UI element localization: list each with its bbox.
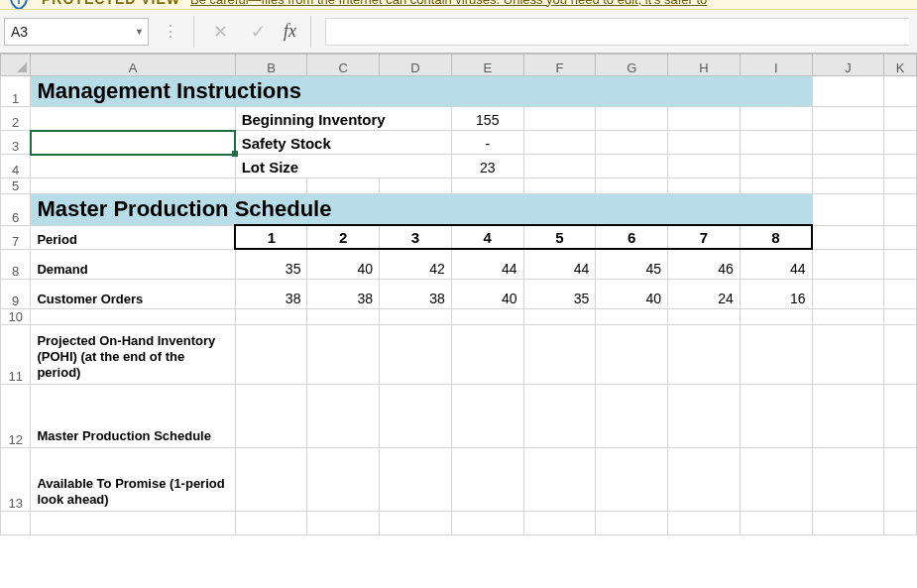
- cell[interactable]: -: [451, 131, 523, 155]
- col-header[interactable]: D: [380, 55, 452, 76]
- cell[interactable]: [380, 324, 452, 384]
- row-header[interactable]: 11: [1, 324, 31, 384]
- cell[interactable]: [668, 511, 741, 534]
- cell[interactable]: [812, 324, 884, 384]
- cell[interactable]: [31, 155, 235, 178]
- cell[interactable]: 42: [380, 249, 452, 279]
- cell[interactable]: [523, 155, 596, 178]
- cell[interactable]: [668, 178, 741, 194]
- row-header[interactable]: 6: [1, 194, 31, 226]
- cell[interactable]: Safety Stock: [235, 131, 451, 155]
- row-header[interactable]: 8: [1, 249, 31, 279]
- cell[interactable]: [307, 178, 380, 194]
- cell[interactable]: [668, 308, 741, 324]
- cell[interactable]: 44: [451, 249, 523, 279]
- cell[interactable]: [668, 384, 741, 447]
- cell[interactable]: [668, 155, 741, 178]
- select-all-corner[interactable]: [1, 55, 31, 76]
- cell[interactable]: [740, 447, 812, 511]
- cell[interactable]: [307, 511, 380, 534]
- cell[interactable]: [523, 178, 596, 194]
- cell[interactable]: Period: [31, 225, 235, 249]
- cell[interactable]: [812, 511, 884, 534]
- cell[interactable]: [740, 384, 812, 447]
- cell[interactable]: [31, 308, 235, 324]
- cell[interactable]: [812, 131, 884, 155]
- cell[interactable]: Customer Orders: [31, 279, 235, 308]
- cell[interactable]: [235, 324, 307, 384]
- cell[interactable]: 44: [523, 249, 596, 279]
- cell[interactable]: [523, 384, 596, 447]
- row-header[interactable]: 4: [1, 155, 31, 178]
- cell[interactable]: [307, 384, 380, 447]
- cell[interactable]: [451, 447, 523, 511]
- cell[interactable]: [812, 308, 884, 324]
- cell[interactable]: [235, 384, 307, 447]
- cell[interactable]: Demand: [31, 249, 235, 279]
- cell[interactable]: [812, 107, 884, 131]
- cell[interactable]: 23: [451, 155, 523, 178]
- cell[interactable]: 44: [740, 249, 812, 279]
- cell[interactable]: [451, 384, 523, 447]
- cell[interactable]: Projected On-Hand Inventory (POHI) (at t…: [31, 324, 235, 384]
- col-header[interactable]: F: [523, 55, 596, 76]
- cell[interactable]: [523, 447, 596, 511]
- cell[interactable]: [307, 308, 380, 324]
- cell[interactable]: [740, 131, 812, 155]
- cell[interactable]: [668, 447, 741, 511]
- cell[interactable]: [884, 131, 917, 155]
- cell[interactable]: [380, 511, 452, 534]
- cell[interactable]: [812, 225, 884, 249]
- cell[interactable]: 38: [235, 279, 307, 308]
- cell[interactable]: [812, 194, 884, 226]
- cell[interactable]: 16: [740, 279, 812, 308]
- cell[interactable]: [596, 511, 668, 534]
- cell[interactable]: Master Production Schedule: [31, 384, 235, 447]
- cell[interactable]: [31, 511, 235, 534]
- cell[interactable]: [235, 511, 307, 534]
- cell[interactable]: [235, 308, 307, 324]
- cell[interactable]: [812, 76, 884, 107]
- cell[interactable]: [596, 324, 668, 384]
- cell[interactable]: [884, 178, 917, 194]
- cell[interactable]: [884, 511, 917, 534]
- cell[interactable]: [596, 107, 668, 131]
- cell[interactable]: [523, 107, 596, 131]
- cell[interactable]: [812, 279, 884, 308]
- cell[interactable]: 6: [596, 225, 668, 249]
- cell[interactable]: [523, 511, 596, 534]
- cell[interactable]: 2: [307, 225, 380, 249]
- row-header[interactable]: [1, 511, 31, 534]
- cell[interactable]: 155: [451, 107, 523, 131]
- cell[interactable]: [740, 178, 812, 194]
- row-header[interactable]: 3: [1, 131, 31, 155]
- section-title[interactable]: Management Instructions: [31, 76, 812, 107]
- fx-icon[interactable]: fx: [284, 21, 296, 42]
- cell[interactable]: [596, 447, 668, 511]
- row-header[interactable]: 12: [1, 384, 31, 447]
- col-header[interactable]: E: [451, 55, 523, 76]
- cell[interactable]: [812, 249, 884, 279]
- cell[interactable]: [380, 384, 452, 447]
- row-header[interactable]: 7: [1, 225, 31, 249]
- cell[interactable]: [380, 447, 452, 511]
- cell[interactable]: 7: [668, 225, 741, 249]
- row-header[interactable]: 1: [1, 76, 31, 107]
- cell[interactable]: 1: [235, 225, 307, 249]
- cell[interactable]: [523, 308, 596, 324]
- cell[interactable]: 40: [451, 279, 523, 308]
- cell[interactable]: [884, 324, 917, 384]
- cell[interactable]: [451, 308, 523, 324]
- cell[interactable]: [31, 107, 235, 131]
- cell[interactable]: [812, 155, 884, 178]
- cell[interactable]: [668, 324, 741, 384]
- cell[interactable]: [235, 447, 307, 511]
- cell[interactable]: 38: [307, 279, 380, 308]
- spreadsheet-grid[interactable]: A B C D E F G H I J K 1 Management Instr…: [0, 54, 917, 535]
- col-header[interactable]: K: [884, 55, 917, 76]
- cell[interactable]: [884, 194, 917, 226]
- row-header[interactable]: 13: [1, 447, 31, 511]
- col-header[interactable]: I: [740, 55, 812, 76]
- cell[interactable]: [523, 131, 596, 155]
- cell[interactable]: 46: [668, 249, 741, 279]
